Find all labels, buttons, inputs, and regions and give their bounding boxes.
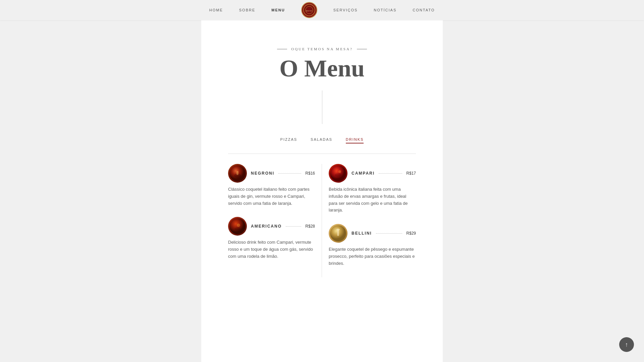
menu-item-negroni: NEGRONI R$16 Clássico coquetel italiano … xyxy=(228,164,315,207)
menu-left-column: NEGRONI R$16 Clássico coquetel italiano … xyxy=(228,164,322,277)
americano-name-price: AMERICANO R$28 xyxy=(251,224,315,229)
section-title: O Menu xyxy=(228,56,416,80)
nav-contato[interactable]: CONTATO xyxy=(413,8,435,12)
campari-name-price: CAMPARI R$17 xyxy=(352,171,416,176)
bellini-dots xyxy=(376,233,402,234)
menu-item-bellini: BELLINI R$29 Elegante coquetel de pêsseg… xyxy=(329,224,416,267)
svg-point-14 xyxy=(336,229,340,231)
nav-home[interactable]: HOME xyxy=(209,8,223,12)
americano-price: R$28 xyxy=(305,224,315,229)
main-nav: HOME SOBRE MENU MENU SERVIÇOS NOTÍCIAS C… xyxy=(0,0,644,20)
subtitle-line-right xyxy=(357,49,367,49)
scroll-top-button[interactable]: ↑ xyxy=(619,337,634,352)
section-header: OQUE TEMOS NA MESA? O Menu xyxy=(228,47,416,80)
svg-rect-13 xyxy=(337,230,339,236)
svg-point-10 xyxy=(335,173,341,177)
campari-description: Bebida icônica italiana feita com uma in… xyxy=(329,186,416,214)
americano-dots xyxy=(286,226,301,227)
campari-name: CAMPARI xyxy=(352,171,375,176)
bellini-image xyxy=(329,224,347,243)
svg-text:MENU: MENU xyxy=(306,10,312,12)
section-subtitle-row: OQUE TEMOS NA MESA? xyxy=(228,47,416,51)
bellini-price: R$29 xyxy=(406,231,416,236)
americano-name: AMERICANO xyxy=(251,224,282,229)
campari-image xyxy=(329,164,347,183)
campari-price: R$17 xyxy=(406,171,416,176)
svg-point-11 xyxy=(338,170,341,173)
nav-servicos[interactable]: SERVIÇOS xyxy=(333,8,358,12)
bellini-description: Elegante coquetel de pêssego e espumante… xyxy=(329,246,416,267)
right-panel xyxy=(443,0,644,362)
negroni-description: Clássico coquetel italiano feito com par… xyxy=(228,186,315,207)
americano-header: AMERICANO R$28 xyxy=(228,217,315,236)
tab-drinks[interactable]: DRINKS xyxy=(346,137,364,143)
americano-description: Delicioso drink feito com Campari, vermu… xyxy=(228,239,315,260)
nav-logo: MENU xyxy=(301,2,317,18)
nav-sobre[interactable]: SOBRE xyxy=(239,8,256,12)
menu-grid: NEGRONI R$16 Clássico coquetel italiano … xyxy=(228,164,416,277)
menu-item-americano: AMERICANO R$28 Delicioso drink feito com… xyxy=(228,217,315,260)
menu-right-column: CAMPARI R$17 Bebida icônica italiana fei… xyxy=(322,164,416,277)
menu-tabs: PIZZAS SALADAS DRINKS xyxy=(228,131,416,154)
content-inner: OQUE TEMOS NA MESA? O Menu PIZZAS SALADA… xyxy=(201,20,443,291)
tab-pizzas[interactable]: PIZZAS xyxy=(280,137,298,143)
section-subtitle-text: OQUE TEMOS NA MESA? xyxy=(291,47,353,51)
menu-item-campari: CAMPARI R$17 Bebida icônica italiana fei… xyxy=(329,164,416,214)
nav-noticias[interactable]: NOTÍCIAS xyxy=(374,8,396,12)
subtitle-line-left xyxy=(277,49,287,49)
negroni-header: NEGRONI R$16 xyxy=(228,164,315,183)
left-panel xyxy=(0,0,201,362)
negroni-name-price: NEGRONI R$16 xyxy=(251,171,315,176)
americano-image xyxy=(228,217,247,236)
divider-area xyxy=(228,90,416,124)
center-panel: OQUE TEMOS NA MESA? O Menu PIZZAS SALADA… xyxy=(201,20,443,362)
svg-point-7 xyxy=(237,224,240,227)
page-wrapper: OQUE TEMOS NA MESA? O Menu PIZZAS SALADA… xyxy=(0,0,644,362)
svg-point-8 xyxy=(234,227,240,231)
nav-menu[interactable]: MENU xyxy=(271,8,285,12)
negroni-price: R$16 xyxy=(305,171,315,176)
campari-header: CAMPARI R$17 xyxy=(329,164,416,183)
negroni-name: NEGRONI xyxy=(251,171,274,176)
svg-rect-5 xyxy=(236,171,238,175)
bellini-name: BELLINI xyxy=(352,231,372,236)
bellini-name-price: BELLINI R$29 xyxy=(352,231,416,236)
tab-saladas[interactable]: SALADAS xyxy=(311,137,332,143)
bellini-header: BELLINI R$29 xyxy=(329,224,416,243)
vertical-divider xyxy=(322,90,322,124)
negroni-dots xyxy=(278,173,301,174)
negroni-image xyxy=(228,164,247,183)
campari-dots xyxy=(379,173,402,174)
